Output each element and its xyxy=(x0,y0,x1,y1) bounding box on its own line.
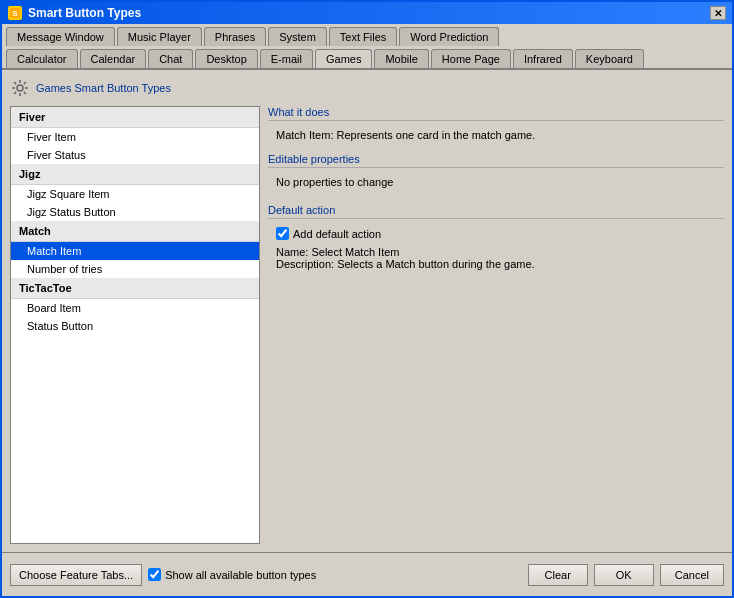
bottom-bar-right: Clear OK Cancel xyxy=(528,564,724,586)
list-item-status-button[interactable]: Status Button xyxy=(11,317,259,335)
section-header: Games Smart Button Types xyxy=(10,78,724,98)
main-window: S Smart Button Types ✕ Message Window Mu… xyxy=(0,0,734,598)
list-item-jigz-square[interactable]: Jigz Square Item xyxy=(11,185,259,203)
list-item-fiver-item[interactable]: Fiver Item xyxy=(11,128,259,146)
default-action-description: Description: Selects a Match button duri… xyxy=(276,258,716,270)
tab-infrared[interactable]: Infrared xyxy=(513,49,573,68)
tab-phrases[interactable]: Phrases xyxy=(204,27,266,46)
what-it-does-title: What it does xyxy=(268,106,724,121)
tab-email[interactable]: E-mail xyxy=(260,49,313,68)
cancel-button[interactable]: Cancel xyxy=(660,564,724,586)
choose-feature-tabs-button[interactable]: Choose Feature Tabs... xyxy=(10,564,142,586)
svg-text:S: S xyxy=(12,9,18,18)
bottom-bar: Choose Feature Tabs... Show all availabl… xyxy=(2,552,732,596)
tab-word-prediction[interactable]: Word Prediction xyxy=(399,27,499,46)
list-item-match-item[interactable]: Match Item xyxy=(11,242,259,260)
tab-calculator[interactable]: Calculator xyxy=(6,49,78,68)
close-button[interactable]: ✕ xyxy=(710,6,726,20)
what-it-does-section: What it does Match Item: Represents one … xyxy=(268,106,724,145)
window-title: Smart Button Types xyxy=(28,6,141,20)
group-header-jigz: Jigz xyxy=(11,164,259,185)
group-header-tictactoe: TicTacToe xyxy=(11,278,259,299)
content-area: Games Smart Button Types Fiver Fiver Ite… xyxy=(2,70,732,552)
tab-calendar[interactable]: Calendar xyxy=(80,49,147,68)
default-action-name: Name: Select Match Item xyxy=(276,246,716,258)
default-action-section: Default action Add default action Name: … xyxy=(268,204,724,274)
show-all-checkbox-row: Show all available button types xyxy=(148,568,316,581)
list-item-jigz-status[interactable]: Jigz Status Button xyxy=(11,203,259,221)
svg-line-9 xyxy=(24,82,26,84)
clear-button[interactable]: Clear xyxy=(528,564,588,586)
svg-point-2 xyxy=(17,85,23,91)
editable-properties-section: Editable properties No properties to cha… xyxy=(268,153,724,192)
svg-line-8 xyxy=(24,92,26,94)
bottom-bar-left: Choose Feature Tabs... Show all availabl… xyxy=(10,564,520,586)
tab-text-files[interactable]: Text Files xyxy=(329,27,397,46)
list-item-board-item[interactable]: Board Item xyxy=(11,299,259,317)
default-action-content: Add default action Name: Select Match It… xyxy=(268,223,724,274)
what-it-does-description: Match Item: Represents one card in the m… xyxy=(268,125,724,145)
tab-system[interactable]: System xyxy=(268,27,327,46)
right-panel: What it does Match Item: Represents one … xyxy=(268,106,724,544)
tab-chat[interactable]: Chat xyxy=(148,49,193,68)
add-default-action-label: Add default action xyxy=(293,228,381,240)
title-bar: S Smart Button Types ✕ xyxy=(2,2,732,24)
tab-mobile[interactable]: Mobile xyxy=(374,49,428,68)
svg-line-7 xyxy=(14,82,16,84)
default-action-title: Default action xyxy=(268,204,724,219)
tab-games[interactable]: Games xyxy=(315,49,372,68)
show-all-label: Show all available button types xyxy=(165,569,316,581)
gear-icon xyxy=(10,78,30,98)
editable-properties-title: Editable properties xyxy=(268,153,724,168)
group-header-match: Match xyxy=(11,221,259,242)
list-item-number-of-tries[interactable]: Number of tries xyxy=(11,260,259,278)
show-all-checkbox[interactable] xyxy=(148,568,161,581)
svg-line-10 xyxy=(14,92,16,94)
tab-home-page[interactable]: Home Page xyxy=(431,49,511,68)
group-header-fiver: Fiver xyxy=(11,107,259,128)
tab-keyboard[interactable]: Keyboard xyxy=(575,49,644,68)
tab-row-1: Message Window Music Player Phrases Syst… xyxy=(2,24,732,46)
list-panel: Fiver Fiver Item Fiver Status Jigz Jigz … xyxy=(10,106,260,544)
add-default-action-row: Add default action xyxy=(276,227,716,240)
tab-desktop[interactable]: Desktop xyxy=(195,49,257,68)
window-icon: S xyxy=(8,6,22,20)
list-item-fiver-status[interactable]: Fiver Status xyxy=(11,146,259,164)
main-layout: Fiver Fiver Item Fiver Status Jigz Jigz … xyxy=(10,106,724,544)
tab-music-player[interactable]: Music Player xyxy=(117,27,202,46)
add-default-action-checkbox[interactable] xyxy=(276,227,289,240)
ok-button[interactable]: OK xyxy=(594,564,654,586)
section-title: Games Smart Button Types xyxy=(36,82,171,94)
editable-properties-description: No properties to change xyxy=(268,172,724,192)
tab-row-2: Calculator Calendar Chat Desktop E-mail … xyxy=(2,46,732,68)
tab-message-window[interactable]: Message Window xyxy=(6,27,115,46)
